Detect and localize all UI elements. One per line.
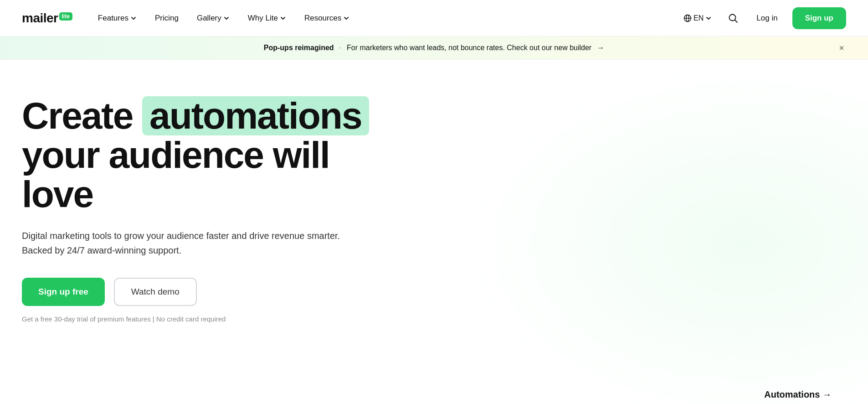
nav-link-resources-label: Resources bbox=[304, 14, 341, 23]
nav-link-why-lite-label: Why Lite bbox=[248, 14, 278, 23]
logo[interactable]: mailer lite bbox=[22, 11, 72, 26]
navbar-left: mailer lite Features Pricing Gallery Why… bbox=[22, 10, 357, 26]
nav-link-pricing[interactable]: Pricing bbox=[148, 10, 186, 26]
banner-close-button[interactable]: × bbox=[837, 41, 846, 55]
language-selector[interactable]: EN bbox=[678, 10, 717, 26]
nav-links: Features Pricing Gallery Why Lite bbox=[91, 10, 357, 26]
nav-link-why-lite[interactable]: Why Lite bbox=[241, 10, 293, 26]
hero-headline: Create automations your audience will lo… bbox=[22, 96, 388, 214]
page-wrapper: Create automations your audience will lo… bbox=[0, 60, 868, 404]
globe-icon bbox=[683, 14, 692, 22]
banner-arrow: → bbox=[597, 44, 604, 52]
login-button[interactable]: Log in bbox=[749, 10, 785, 26]
announcement-banner: Pop-ups reimagined · For marketers who w… bbox=[0, 36, 868, 60]
banner-bold-text: Pop-ups reimagined bbox=[264, 44, 334, 52]
nav-link-features-label: Features bbox=[98, 14, 128, 23]
chevron-down-icon bbox=[343, 15, 349, 21]
search-icon bbox=[728, 13, 738, 23]
chevron-down-icon bbox=[280, 15, 286, 21]
hero-subtext: Digital marketing tools to grow your aud… bbox=[22, 228, 368, 258]
hero-headline-prefix: Create bbox=[22, 95, 133, 136]
hero-headline-highlight: automations bbox=[142, 96, 369, 135]
nav-link-features[interactable]: Features bbox=[91, 10, 144, 26]
hero-signup-free-button[interactable]: Sign up free bbox=[22, 278, 105, 306]
logo-text: mailer bbox=[22, 11, 58, 26]
navbar-right: EN Log in Sign up bbox=[678, 7, 846, 29]
nav-link-gallery-label: Gallery bbox=[197, 14, 221, 23]
navbar: mailer lite Features Pricing Gallery Why… bbox=[0, 0, 868, 36]
chevron-down-icon bbox=[130, 15, 137, 21]
hero-buttons: Sign up free Watch demo bbox=[22, 278, 388, 306]
chevron-down-icon bbox=[223, 15, 230, 21]
hero-section: Create automations your audience will lo… bbox=[0, 60, 410, 350]
nav-link-resources[interactable]: Resources bbox=[297, 10, 357, 26]
background-gradient bbox=[458, 60, 868, 404]
nav-link-pricing-label: Pricing bbox=[155, 14, 179, 23]
chevron-down-icon bbox=[705, 15, 712, 21]
signup-button[interactable]: Sign up bbox=[792, 7, 846, 29]
banner-text: For marketers who want leads, not bounce… bbox=[347, 44, 591, 52]
automations-link-label: Automations → bbox=[764, 389, 832, 400]
hero-headline-line2: your audience will love bbox=[22, 134, 329, 215]
search-button[interactable] bbox=[724, 10, 742, 27]
banner-content: Pop-ups reimagined · For marketers who w… bbox=[264, 44, 604, 52]
logo-badge: lite bbox=[59, 12, 72, 21]
nav-link-gallery[interactable]: Gallery bbox=[190, 10, 237, 26]
automations-link[interactable]: Automations → bbox=[764, 389, 832, 400]
banner-separator: · bbox=[339, 44, 341, 52]
svg-line-4 bbox=[735, 20, 737, 22]
hero-watch-demo-button[interactable]: Watch demo bbox=[114, 278, 197, 306]
hero-note: Get a free 30-day trial of premium featu… bbox=[22, 315, 388, 323]
language-label: EN bbox=[693, 14, 704, 22]
